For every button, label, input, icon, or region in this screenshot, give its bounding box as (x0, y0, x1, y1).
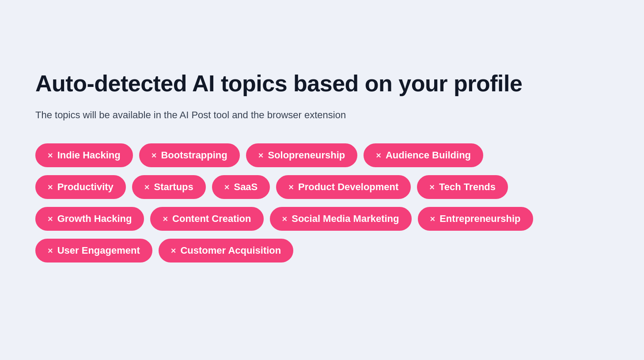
close-icon: × (48, 183, 53, 191)
tag-entrepreneurship[interactable]: ×Entrepreneurship (418, 207, 533, 231)
tag-content-creation[interactable]: ×Content Creation (150, 207, 263, 231)
close-icon: × (430, 214, 436, 223)
tag-customer-acquisition[interactable]: ×Customer Acquisition (159, 239, 293, 262)
tag-label-startups: Startups (154, 182, 193, 192)
tag-bootstrapping[interactable]: ×Bootstrapping (139, 143, 240, 167)
close-icon: × (224, 183, 230, 191)
close-icon: × (429, 183, 435, 191)
tags-row-row-2: ×Productivity×Startups×SaaS×Product Deve… (35, 175, 609, 199)
close-icon: × (48, 246, 53, 255)
tag-label-user-engagement: User Engagement (57, 246, 140, 255)
main-container: Auto-detected AI topics based on your pr… (35, 71, 609, 262)
tag-label-audience-building: Audience Building (386, 150, 471, 160)
tag-tech-trends[interactable]: ×Tech Trends (417, 175, 508, 199)
close-icon: × (163, 214, 168, 223)
tag-label-growth-hacking: Growth Hacking (57, 214, 132, 224)
tags-row-row-1: ×Indie Hacking×Bootstrapping×Solopreneur… (35, 143, 609, 167)
close-icon: × (48, 214, 53, 223)
close-icon: × (376, 151, 381, 160)
tag-label-tech-trends: Tech Trends (439, 182, 496, 192)
tag-label-saas: SaaS (234, 182, 258, 192)
tag-label-entrepreneurship: Entrepreneurship (439, 214, 520, 224)
tag-label-productivity: Productivity (57, 182, 114, 192)
tag-label-bootstrapping: Bootstrapping (161, 150, 227, 160)
tag-startups[interactable]: ×Startups (132, 175, 206, 199)
tag-product-development[interactable]: ×Product Development (276, 175, 411, 199)
tag-label-customer-acquisition: Customer Acquisition (180, 246, 281, 255)
close-icon: × (288, 183, 294, 191)
tag-label-content-creation: Content Creation (172, 214, 251, 224)
tag-label-solopreneurship: Solopreneurship (268, 150, 345, 160)
close-icon: × (152, 151, 157, 160)
tag-label-social-media-marketing: Social Media Marketing (292, 214, 399, 224)
tag-growth-hacking[interactable]: ×Growth Hacking (35, 207, 144, 231)
tag-user-engagement[interactable]: ×User Engagement (35, 239, 152, 262)
tag-solopreneurship[interactable]: ×Solopreneurship (246, 143, 357, 167)
tag-social-media-marketing[interactable]: ×Social Media Marketing (270, 207, 412, 231)
close-icon: × (282, 214, 288, 223)
close-icon: × (171, 246, 176, 255)
tag-label-product-development: Product Development (298, 182, 398, 192)
tag-indie-hacking[interactable]: ×Indie Hacking (35, 143, 133, 167)
tag-saas[interactable]: ×SaaS (212, 175, 270, 199)
tags-row-row-4: ×User Engagement×Customer Acquisition (35, 239, 609, 262)
tags-row-row-3: ×Growth Hacking×Content Creation×Social … (35, 207, 609, 231)
page-title: Auto-detected AI topics based on your pr… (35, 71, 609, 97)
tag-label-indie-hacking: Indie Hacking (57, 150, 121, 160)
page-subtitle: The topics will be available in the AI P… (35, 108, 609, 122)
close-icon: × (144, 183, 150, 191)
close-icon: × (258, 151, 264, 160)
close-icon: × (48, 151, 53, 160)
tag-productivity[interactable]: ×Productivity (35, 175, 126, 199)
tag-audience-building[interactable]: ×Audience Building (364, 143, 483, 167)
tags-container: ×Indie Hacking×Bootstrapping×Solopreneur… (35, 143, 609, 262)
